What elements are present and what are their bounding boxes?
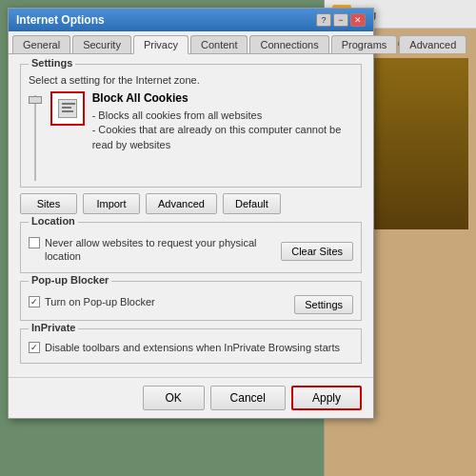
popup-content: Turn on Pop-up Blocker Settings	[29, 291, 353, 314]
slider-line	[34, 95, 36, 181]
location-checkbox-row: Never allow websites to request your phy…	[29, 236, 281, 264]
action-buttons: Sites Import Advanced Default	[20, 193, 362, 214]
location-title: Location	[29, 215, 78, 227]
tab-connections[interactable]: Connections	[249, 35, 328, 53]
close-button[interactable]: ✕	[350, 13, 366, 27]
popup-checkbox[interactable]	[29, 296, 40, 307]
clear-sites-button[interactable]: Clear Sites	[281, 242, 353, 261]
slider-thumb	[29, 96, 42, 104]
tab-content[interactable]: Content	[190, 35, 248, 53]
sites-button[interactable]: Sites	[20, 193, 77, 214]
location-content: Never allow websites to request your phy…	[29, 232, 353, 267]
bottom-buttons: OK Cancel Apply	[9, 377, 373, 418]
dialog-title: Internet Options	[16, 13, 105, 27]
default-button[interactable]: Default	[223, 193, 281, 214]
inprivate-title: InPrivate	[29, 322, 78, 333]
cookie-desc2: - Cookies that are already on this compu…	[92, 123, 353, 152]
tab-strip: General Security Privacy Content Connect…	[9, 31, 373, 54]
cookie-area: Block All Cookies - Blocks all cookies f…	[50, 91, 353, 152]
location-checkbox[interactable]	[29, 237, 40, 248]
slider-area: Block All Cookies - Blocks all cookies f…	[29, 91, 353, 181]
title-bar-buttons: ? − ✕	[316, 13, 366, 27]
minimize-button[interactable]: −	[333, 13, 348, 27]
cancel-button[interactable]: Cancel	[210, 386, 286, 410]
tab-general[interactable]: General	[12, 35, 70, 53]
popup-group: Pop-up Blocker Turn on Pop-up Blocker Se…	[20, 281, 362, 321]
inprivate-checkbox[interactable]	[29, 342, 40, 353]
settings-title: Settings	[29, 57, 75, 69]
settings-instruction: Select a setting for the Internet zone.	[29, 74, 353, 86]
tab-programs[interactable]: Programs	[331, 35, 398, 53]
cookie-title: Block All Cookies	[92, 91, 353, 105]
popup-checkbox-label: Turn on Pop-up Blocker	[45, 295, 155, 308]
popup-title: Pop-up Blocker	[29, 274, 111, 286]
apply-button[interactable]: Apply	[291, 386, 362, 410]
ok-button[interactable]: OK	[143, 386, 205, 410]
inprivate-group: InPrivate Disable toolbars and extension…	[20, 328, 362, 364]
location-group: Location Never allow websites to request…	[20, 222, 362, 273]
cookie-text: Block All Cookies - Blocks all cookies f…	[92, 91, 353, 152]
slider-track[interactable]	[29, 91, 43, 181]
inprivate-checkbox-row: Disable toolbars and extensions when InP…	[29, 339, 353, 354]
location-checkbox-label: Never allow websites to request your phy…	[45, 236, 281, 264]
internet-options-dialog: Internet Options ? − ✕ General Security …	[8, 8, 374, 419]
content-area: Settings Select a setting for the Intern…	[9, 54, 373, 377]
advanced-button[interactable]: Advanced	[146, 193, 217, 214]
cookie-icon-inner	[58, 99, 77, 118]
inprivate-checkbox-label: Disable toolbars and extensions when InP…	[45, 341, 340, 354]
title-bar: Internet Options ? − ✕	[9, 9, 373, 31]
cookie-desc1: - Blocks all cookies from all websites	[92, 109, 353, 123]
tab-advanced[interactable]: Advanced	[399, 35, 466, 53]
popup-left: Turn on Pop-up Blocker	[29, 295, 294, 311]
tab-security[interactable]: Security	[72, 35, 131, 53]
cookie-icon	[50, 91, 85, 126]
popup-checkbox-row: Turn on Pop-up Blocker	[29, 295, 294, 308]
location-left: Never allow websites to request your phy…	[29, 236, 281, 267]
tab-privacy[interactable]: Privacy	[133, 35, 188, 54]
popup-settings-button[interactable]: Settings	[294, 295, 353, 314]
settings-group: Settings Select a setting for the Intern…	[20, 64, 362, 188]
import-button[interactable]: Import	[83, 193, 140, 214]
help-button[interactable]: ?	[316, 13, 331, 27]
